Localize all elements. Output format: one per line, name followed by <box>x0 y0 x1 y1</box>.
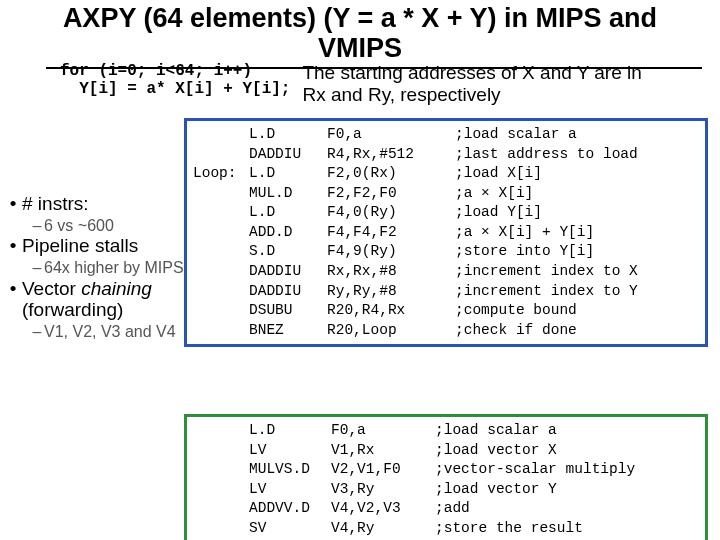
bullet-stalls-text: Pipeline stalls <box>22 236 138 257</box>
bullet-instrs-sub-text: 6 vs ~600 <box>44 217 114 235</box>
title-line-2: VMIPS <box>318 33 402 63</box>
title-line-1: AXPY (64 elements) (Y = a * X + Y) in MI… <box>63 3 657 33</box>
bullet-dot-icon: • <box>4 279 22 300</box>
mips-code: L.DF0,a;load scalar a DADDIUR4,Rx,#512;l… <box>187 121 705 344</box>
bullet-chaining-text: Vector chaining (forwarding) <box>22 279 152 321</box>
bullet-instrs-text: # instrs: <box>22 194 89 215</box>
slide-title: AXPY (64 elements) (Y = a * X + Y) in MI… <box>0 0 720 63</box>
bullet-stalls-sub-text: 64x higher by MIPS <box>44 259 184 277</box>
dash-icon: – <box>30 259 44 277</box>
address-note: The starting addresses of X and Y are in… <box>302 62 641 106</box>
bullet-chaining-sub-text: V1, V2, V3 and V4 <box>44 323 176 341</box>
dash-icon: – <box>30 217 44 235</box>
address-note-line-1: The starting addresses of X and Y are in <box>302 62 641 84</box>
vmips-code-box: L.DF0,a;load scalar a LVV1,Rx;load vecto… <box>184 414 708 540</box>
vmips-code: L.DF0,a;load scalar a LVV1,Rx;load vecto… <box>187 417 705 540</box>
dash-icon: – <box>30 323 44 341</box>
address-note-line-2: Rx and Ry, respectively <box>302 84 641 106</box>
source-and-note-row: for (i=0; i<64; i++) Y[i] = a* X[i] + Y[… <box>60 62 700 106</box>
c-source-code: for (i=0; i<64; i++) Y[i] = a* X[i] + Y[… <box>60 62 290 106</box>
bullet-dot-icon: • <box>4 194 22 215</box>
mips-code-box: L.DF0,a;load scalar a DADDIUR4,Rx,#512;l… <box>184 118 708 347</box>
bullet-dot-icon: • <box>4 236 22 257</box>
